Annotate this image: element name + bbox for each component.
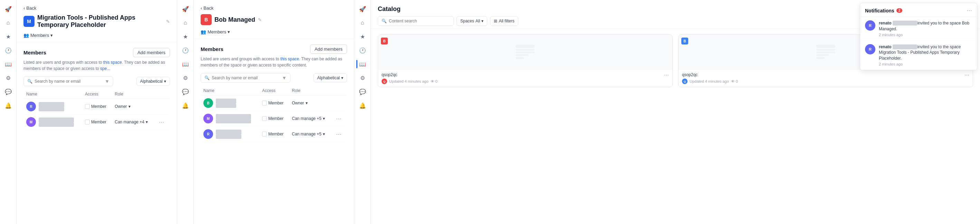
catalog-card2-more-btn[interactable]: ⋯ xyxy=(964,73,969,78)
panel2-space-icon: B xyxy=(200,14,212,25)
panel1-space-icon-text: M xyxy=(27,19,31,24)
sidebar-icon-recent[interactable]: 🕐 xyxy=(2,44,14,57)
panel1-members-tab[interactable]: 👥 Members ▾ xyxy=(24,32,170,39)
catalog-search-input[interactable] xyxy=(389,19,450,24)
panel1-search-box: 🔍 ▼ xyxy=(24,77,113,86)
catalog-spaces-filter-btn[interactable]: Spaces All ▾ xyxy=(457,16,487,26)
sidebar3-icon-star[interactable]: ★ xyxy=(356,30,369,43)
notif2-content: renato ████████ invited you to the space… xyxy=(879,44,972,66)
panel1-search-input[interactable] xyxy=(35,79,103,84)
sidebar-icon-book[interactable]: 📖 xyxy=(2,58,14,70)
panel2-member3-email: renato███ xyxy=(216,135,241,139)
panel2-member1-name: bob████ xyxy=(216,99,236,104)
sidebar-panel3: 🚀 ⌂ ★ 🕐 📖 ⚙ 💬 🔔 xyxy=(354,0,371,224)
panel2-edit-icon[interactable]: ✎ xyxy=(258,17,262,22)
panel1-member1-role-btn[interactable]: Owner ▾ xyxy=(115,104,130,109)
panel2-member2-name-cell: M mariamaria████ mariamaria███ xyxy=(204,114,256,123)
panel2-member1-access-icon xyxy=(262,101,267,106)
panel1-member2-role-label: Can manage +4 xyxy=(115,120,144,125)
sidebar-icon-settings[interactable]: ⚙ xyxy=(2,72,14,84)
panel1-member2-role-btn[interactable]: Can manage +4 ▾ xyxy=(115,120,148,125)
back-arrow-icon2: ‹ xyxy=(200,6,202,11)
panel1-member2-avatar: M xyxy=(26,117,36,127)
panel2-filter-btn[interactable]: ▼ xyxy=(282,75,286,80)
sidebar3-icon-recent[interactable]: 🕐 xyxy=(356,44,369,57)
sidebar-icon-message[interactable]: 💬 xyxy=(2,85,14,98)
panel2-member2-role-btn[interactable]: Can manage +5 ▾ xyxy=(292,116,325,121)
sidebar3-icon-bell[interactable]: 🔔 xyxy=(356,99,369,112)
panel1-sort-label: Alphabetical xyxy=(140,79,163,84)
members-icon: 👥 xyxy=(24,33,29,38)
panel2-member2-more-btn[interactable]: ⋯ xyxy=(335,115,343,123)
catalog-search-icon: 🔍 xyxy=(382,19,387,24)
panel1-members-desc: Listed are users and groups with access … xyxy=(24,59,170,72)
panel2-sort-chevron: ▾ xyxy=(341,76,343,80)
eye-icon: 👁 xyxy=(431,79,434,84)
panel1-member2-name: mariamaria████ xyxy=(39,118,74,123)
catalog-panel: Catalog 🔍 Spaces All ▾ ⊞ All filters ⊞ ☰ xyxy=(371,0,980,224)
panel2-member3-more-btn[interactable]: ⋯ xyxy=(335,130,343,138)
sidebar2-icon-message[interactable]: 💬 xyxy=(179,85,192,98)
notifications-more-btn[interactable]: ⋯ xyxy=(967,7,972,14)
panel2-sort-dropdown[interactable]: Alphabetical ▾ xyxy=(313,73,347,82)
panel2-add-members-btn[interactable]: Add members xyxy=(310,44,347,54)
sidebar2-icon-book[interactable]: 📖 xyxy=(179,58,192,70)
panel2-member1-role-label: Owner xyxy=(292,101,304,106)
panel2-back-link[interactable]: ‹ Back xyxy=(200,6,347,11)
sidebar2-icon-home[interactable]: ⌂ xyxy=(179,17,192,29)
panel2-back-label: Back xyxy=(204,6,213,11)
table-row: M mariamaria████ mariamaria███ Member xyxy=(24,114,170,130)
panel2-section-header: Members Add members xyxy=(200,44,347,54)
panel2-member1-role-btn[interactable]: Owner ▾ xyxy=(292,101,307,106)
catalog-all-filters-label: All filters xyxy=(499,19,514,24)
panel1-back-link[interactable]: ‹ Back xyxy=(24,6,170,11)
panel1-add-members-btn[interactable]: Add members xyxy=(133,48,170,57)
panel2-desc-link-space[interactable]: this space xyxy=(280,57,299,62)
panel1-member2-more-btn[interactable]: ⋯ xyxy=(158,118,166,126)
panel1-sort-dropdown[interactable]: Alphabetical ▾ xyxy=(137,77,170,86)
panel1-member2-info: mariamaria████ mariamaria███ xyxy=(39,118,74,127)
panel-migration-tools: ‹ Back M Migration Tools - Published App… xyxy=(17,0,177,224)
panel2-member3-role-btn[interactable]: Can manage +5 ▾ xyxy=(292,132,325,136)
sidebar2-icon-recent[interactable]: 🕐 xyxy=(179,44,192,57)
catalog-all-filters-btn[interactable]: ⊞ All filters xyxy=(490,16,518,26)
sidebar-icon-star[interactable]: ★ xyxy=(2,30,14,43)
sidebar3-icon-rocket[interactable]: 🚀 xyxy=(356,3,369,15)
sidebar2-icon-settings[interactable]: ⚙ xyxy=(179,72,192,84)
catalog-card2-name: qsop2qc xyxy=(682,73,969,77)
sidebar3-icon-message[interactable]: 💬 xyxy=(356,85,369,98)
panel2-members-tab[interactable]: 👥 Members ▾ xyxy=(200,28,347,36)
panel2-search-filter-row: 🔍 ▼ Alphabetical ▾ xyxy=(200,73,347,83)
catalog-card1-footer: ⋯ qsop2qc Q Updated 4 minutes ago 👁 0 xyxy=(378,69,672,87)
panel1-space-title: Migration Tools - Published Apps Tempora… xyxy=(37,14,163,28)
panel1-desc-link-space[interactable]: this space xyxy=(103,60,122,65)
eye-icon2: 👁 xyxy=(731,79,735,84)
panel2-space-icon-text: B xyxy=(204,17,208,22)
panel1-edit-icon[interactable]: ✎ xyxy=(166,19,170,24)
panel1-filter-btn[interactable]: ▼ xyxy=(105,79,110,84)
sidebar2-icon-star[interactable]: ★ xyxy=(179,30,192,43)
sidebar3-icon-settings[interactable]: ⚙ xyxy=(356,72,369,84)
sidebar-icon-rocket[interactable]: 🚀 xyxy=(2,3,14,15)
panel2-search-input[interactable] xyxy=(212,76,280,80)
catalog-card1-more-btn[interactable]: ⋯ xyxy=(664,73,669,78)
sidebar-icon-bell[interactable]: 🔔 xyxy=(2,99,14,112)
panel2-sort-label: Alphabetical xyxy=(317,76,340,80)
panel1-desc-link-content[interactable]: spe... xyxy=(100,66,110,71)
sidebar3-icon-home[interactable]: ⌂ xyxy=(356,17,369,29)
notifications-title-row: Notifications 2 xyxy=(865,8,902,13)
panel2-member2-info: mariamaria████ mariamaria███ xyxy=(216,114,251,123)
panel2-member2-access-icon xyxy=(262,116,267,121)
svg-rect-7 xyxy=(816,52,835,54)
catalog-card1-meta: Q Updated 4 minutes ago 👁 0 xyxy=(382,79,669,84)
sidebar2-icon-rocket[interactable]: 🚀 xyxy=(179,3,192,15)
panel2-th-name: Name xyxy=(200,86,259,95)
panel2-member1-name-cell: B bob████ bob███ xyxy=(204,98,256,108)
notif1-text: renato ████████ invited you to the space… xyxy=(879,21,972,32)
sidebar3-icon-catalog[interactable]: 📖 xyxy=(356,58,369,70)
svg-rect-5 xyxy=(816,45,835,48)
sidebar2-icon-bell[interactable]: 🔔 xyxy=(179,99,192,112)
sidebar-icon-home[interactable]: ⌂ xyxy=(2,17,14,29)
catalog-card2-view-count: 0 xyxy=(736,79,738,84)
panel2-header: ‹ Back B Bob Managed ✎ 👥 Members ▾ xyxy=(194,0,354,39)
